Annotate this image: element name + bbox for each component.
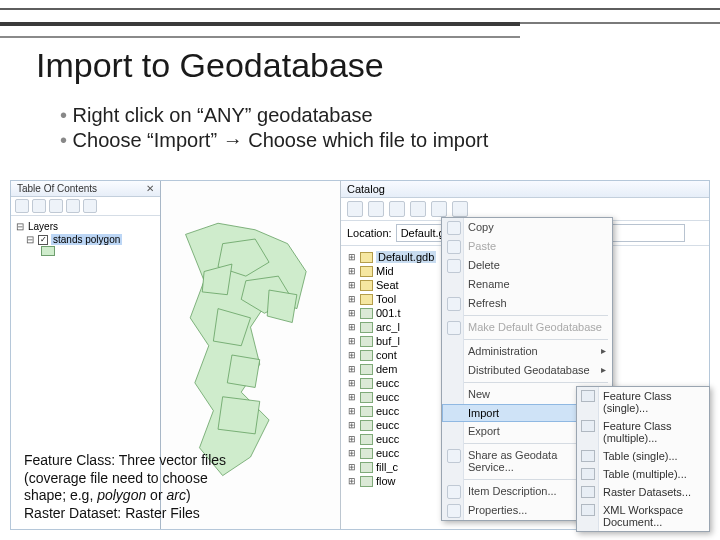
folder-icon — [360, 294, 373, 305]
menu-import-fc-single[interactable]: Feature Class (single)... — [577, 387, 709, 417]
delete-icon — [447, 259, 461, 273]
page-title: Import to Geodatabase — [36, 46, 384, 85]
tree-label: eucc — [376, 405, 399, 417]
list-by-source-icon[interactable] — [32, 199, 46, 213]
menu-delete[interactable]: Delete — [442, 256, 612, 275]
list-by-visibility-icon[interactable] — [49, 199, 63, 213]
table-icon — [581, 468, 595, 480]
tree-label: eucc — [376, 377, 399, 389]
tree-label: flow — [376, 475, 396, 487]
raster-icon — [360, 336, 373, 347]
tree-label: buf_l — [376, 335, 400, 347]
menu-distributed[interactable]: Distributed Geodatabase — [442, 361, 612, 380]
raster-icon — [360, 322, 373, 333]
menu-import-table-single[interactable]: Table (single)... — [577, 447, 709, 465]
properties-icon — [447, 504, 461, 518]
raster-icon — [360, 406, 373, 417]
tree-label: cont — [376, 349, 397, 361]
menu-import-xml[interactable]: XML Workspace Document... — [577, 501, 709, 531]
close-icon[interactable]: ✕ — [146, 183, 154, 194]
tree-label: eucc — [376, 391, 399, 403]
tree-label: fill_c — [376, 461, 398, 473]
folder-icon — [360, 280, 373, 291]
tree-row-layers[interactable]: ⊟ Layers — [15, 220, 156, 233]
tree-row-layer[interactable]: ⊟ ✓ stands polygon — [15, 233, 156, 246]
menu-administration[interactable]: Administration — [442, 342, 612, 361]
toc-tree: ⊟ Layers ⊟ ✓ stands polygon — [11, 216, 160, 260]
tree-label: Tool — [376, 293, 396, 305]
feature-class-icon — [581, 420, 595, 432]
menu-import-raster[interactable]: Raster Datasets... — [577, 483, 709, 501]
text: shape; e.g, polygon or arc) — [24, 487, 284, 505]
menu-separator — [446, 339, 608, 340]
menu-copy[interactable]: Copy — [442, 218, 612, 237]
tree-label: dem — [376, 363, 397, 375]
text: Raster Dataset: Raster Files — [24, 505, 284, 523]
menu-import-table-multiple[interactable]: Table (multiple)... — [577, 465, 709, 483]
decor-line — [0, 22, 520, 26]
up-icon[interactable] — [368, 201, 384, 217]
decor-line — [0, 8, 720, 10]
toc-toolbar — [11, 197, 160, 216]
tree-label: 001.t — [376, 307, 400, 319]
tree-label: Default.gdb — [376, 251, 436, 263]
collapse-icon[interactable]: ⊟ — [15, 221, 25, 232]
menu-refresh[interactable]: Refresh — [442, 294, 612, 313]
text: Feature Class: Three vector files — [24, 452, 284, 470]
toggle-icon[interactable] — [410, 201, 426, 217]
raster-icon — [360, 420, 373, 431]
feature-class-icon — [581, 390, 595, 402]
menu-make-default: Make Default Geodatabase — [442, 318, 612, 337]
annotation-text: Feature Class: Three vector files (cover… — [24, 452, 284, 522]
refresh-icon — [447, 297, 461, 311]
gdb-icon — [360, 252, 373, 263]
raster-icon — [360, 350, 373, 361]
raster-icon — [360, 364, 373, 375]
tree-label: eucc — [376, 419, 399, 431]
list-item: Choose “Import” → Choose which file to i… — [60, 129, 488, 152]
arrow-icon: → — [223, 129, 243, 151]
menu-rename[interactable]: Rename — [442, 275, 612, 294]
table-icon — [581, 450, 595, 462]
location-label: Location: — [347, 227, 392, 239]
tree-label: Mid — [376, 265, 394, 277]
connect-icon[interactable] — [431, 201, 447, 217]
gdb-icon — [447, 321, 461, 335]
collapse-icon[interactable]: ⊟ — [25, 234, 35, 245]
list-by-drawing-icon[interactable] — [15, 199, 29, 213]
doc-icon — [447, 485, 461, 499]
panel-title-text: Table Of Contents — [17, 183, 97, 194]
checkbox[interactable]: ✓ — [38, 235, 48, 245]
home-icon[interactable] — [389, 201, 405, 217]
raster-icon — [360, 462, 373, 473]
raster-icon — [360, 392, 373, 403]
menu-separator — [446, 382, 608, 383]
raster-icon — [360, 308, 373, 319]
xml-icon — [581, 504, 595, 516]
back-icon[interactable] — [347, 201, 363, 217]
tree-label: eucc — [376, 447, 399, 459]
instruction-list: Right click on “ANY” geodatabase Choose … — [60, 102, 488, 154]
tree-label: Seat — [376, 279, 399, 291]
menu-separator — [446, 315, 608, 316]
tree-label: eucc — [376, 433, 399, 445]
text: (coverage file need to choose — [24, 470, 284, 488]
folder-icon — [360, 266, 373, 277]
options-icon[interactable] — [83, 199, 97, 213]
import-submenu: Feature Class (single)... Feature Class … — [576, 386, 710, 532]
gear-icon[interactable] — [452, 201, 468, 217]
dropdown-icon[interactable] — [689, 226, 703, 240]
list-item: Right click on “ANY” geodatabase — [60, 104, 488, 127]
text: Choose “Import” — [73, 129, 223, 151]
raster-icon — [360, 434, 373, 445]
menu-paste: Paste — [442, 237, 612, 256]
raster-icon — [360, 448, 373, 459]
tree-label: stands polygon — [51, 234, 122, 245]
list-by-selection-icon[interactable] — [66, 199, 80, 213]
menu-import-fc-multiple[interactable]: Feature Class (multiple)... — [577, 417, 709, 447]
raster-icon — [360, 378, 373, 389]
raster-icon — [360, 476, 373, 487]
panel-title: Catalog — [341, 181, 709, 198]
paste-icon — [447, 240, 461, 254]
panel-title: Table Of Contents ✕ — [11, 181, 160, 197]
